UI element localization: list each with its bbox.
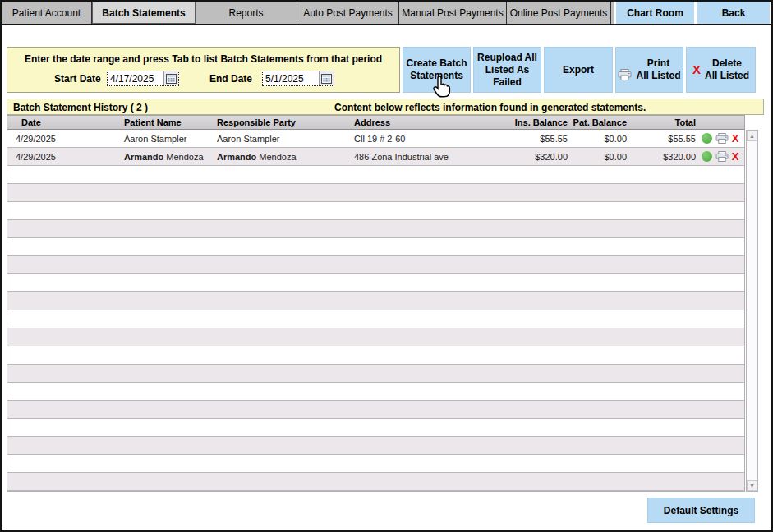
empty-row	[7, 365, 744, 383]
row-ins-balance: $320.00	[489, 152, 568, 162]
empty-row	[7, 166, 744, 184]
tab-patient-account[interactable]: Patient Account	[2, 2, 92, 24]
empty-row	[7, 473, 744, 491]
start-date-input[interactable]	[108, 72, 163, 85]
tab-auto-post-payments[interactable]: Auto Post Payments	[297, 2, 399, 24]
end-date-input[interactable]	[263, 72, 319, 85]
row-pat-balance: $0.00	[568, 134, 627, 144]
tab-manual-post-payments[interactable]: Manual Post Payments	[399, 2, 507, 24]
row-total: $55.55	[627, 134, 696, 144]
tab-back[interactable]: Back	[696, 2, 771, 24]
date-range-instruction: Enter the date range and press Tab to li…	[7, 53, 399, 65]
empty-row	[7, 202, 744, 220]
row-date: 4/29/2025	[7, 134, 117, 144]
end-date-field[interactable]	[262, 71, 334, 86]
row-date: 4/29/2025	[7, 152, 117, 162]
action-button-row: Create Batch Statements Reupload All Lis…	[403, 47, 756, 93]
print-all-listed-button[interactable]: Print All Listed	[615, 47, 683, 93]
delete-all-listed-button[interactable]: X Delete All Listed	[686, 47, 756, 93]
empty-row	[7, 256, 744, 274]
empty-row	[7, 292, 744, 310]
tab-online-post-payments[interactable]: Online Post Payments	[507, 2, 611, 24]
delete-row-icon[interactable]: X	[732, 132, 739, 144]
row-actions: X	[696, 150, 744, 163]
end-date-label: End Date	[209, 73, 252, 85]
empty-row	[7, 274, 744, 292]
row-actions: X	[696, 132, 744, 144]
history-title: Batch Statement History ( 2 )	[13, 102, 148, 113]
status-success-icon	[702, 151, 712, 162]
row-responsible-party: Armando Mendoza	[210, 152, 347, 162]
empty-row	[7, 184, 744, 202]
export-label: Export	[563, 64, 594, 76]
empty-row	[7, 383, 744, 401]
row-patient-name: Aaron Stampler	[117, 134, 210, 144]
empty-row	[7, 220, 744, 238]
start-date-label: Start Date	[54, 73, 101, 85]
row-address: Cll 19 # 2-60	[347, 134, 489, 144]
print-row-icon[interactable]	[715, 133, 729, 144]
end-date-calendar-icon[interactable]	[319, 71, 334, 85]
tab-batch-statements[interactable]: Batch Statements	[92, 2, 196, 24]
reupload-failed-button[interactable]: Reupload All Listed As Failed	[473, 47, 541, 93]
statement-row[interactable]: 4/29/2025Armando MendozaArmando Mendoza4…	[7, 148, 744, 166]
row-responsible-party: Aaron Stampler	[210, 134, 347, 144]
history-header-strip: Batch Statement History ( 2 ) Content be…	[7, 99, 764, 115]
start-date-field[interactable]	[107, 71, 179, 86]
row-pat-balance: $0.00	[568, 152, 627, 162]
default-settings-label: Default Settings	[664, 505, 738, 516]
tab-reports[interactable]: Reports	[196, 2, 297, 24]
scroll-down-icon[interactable]: ▼	[747, 480, 757, 491]
col-header-date[interactable]: Date	[7, 117, 117, 127]
tab-chart-room[interactable]: Chart Room	[614, 2, 696, 24]
printer-icon	[618, 57, 632, 84]
cursor-hand-icon	[431, 75, 453, 99]
scroll-up-icon[interactable]: ▲	[747, 131, 757, 141]
print-row-icon[interactable]	[715, 151, 729, 162]
tab-bar: Patient AccountBatch StatementsReportsAu…	[2, 2, 771, 25]
empty-row	[7, 328, 744, 346]
col-header-ins-balance[interactable]: Ins. Balance	[489, 117, 568, 127]
start-date-calendar-icon[interactable]	[163, 71, 178, 85]
row-address: 486 Zona Industrial ave	[347, 152, 489, 162]
delete-x-icon: X	[692, 62, 701, 78]
delete-row-icon[interactable]: X	[732, 150, 739, 163]
delete-all-listed-label: Delete All Listed	[705, 57, 749, 82]
empty-row	[7, 455, 744, 473]
table-scrollbar[interactable]: ▲ ▼	[746, 130, 758, 492]
col-header-total[interactable]: Total	[627, 117, 696, 127]
empty-row	[7, 437, 744, 455]
empty-row	[7, 419, 744, 437]
col-header-pat-balance[interactable]: Pat. Balance	[568, 117, 627, 127]
statement-table-body: 4/29/2025Aaron StamplerAaron StamplerCll…	[7, 130, 745, 492]
empty-row	[7, 346, 744, 365]
batch-statements-window: Patient AccountBatch StatementsReportsAu…	[0, 0, 773, 532]
col-header-address[interactable]: Address	[347, 117, 489, 127]
status-success-icon	[702, 133, 712, 144]
row-total: $320.00	[627, 152, 696, 162]
reupload-failed-label: Reupload All Listed As Failed	[477, 52, 537, 89]
col-header-responsible-party[interactable]: Responsible Party	[210, 117, 347, 127]
print-all-listed-label: Print All Listed	[636, 57, 680, 82]
col-header-patient-name[interactable]: Patient Name	[117, 117, 210, 127]
row-ins-balance: $55.55	[489, 134, 568, 144]
default-settings-button[interactable]: Default Settings	[647, 498, 755, 523]
empty-row	[7, 310, 744, 328]
empty-row	[7, 238, 744, 256]
date-range-panel: Enter the date range and press Tab to li…	[7, 47, 400, 93]
statement-table-header: Date Patient Name Responsible Party Addr…	[7, 115, 745, 130]
statement-row[interactable]: 4/29/2025Aaron StamplerAaron StamplerCll…	[7, 130, 744, 148]
empty-row	[7, 401, 744, 419]
history-note: Content below reflects information found…	[334, 102, 646, 113]
export-button[interactable]: Export	[544, 47, 613, 93]
row-patient-name: Armando Mendoza	[117, 152, 210, 162]
